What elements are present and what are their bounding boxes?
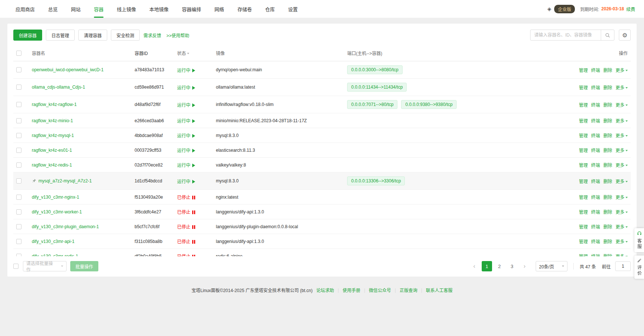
action-delete[interactable]: 删除 xyxy=(603,210,612,215)
page-button-2[interactable]: 2 xyxy=(494,261,505,271)
action-delete[interactable]: 删除 xyxy=(603,195,612,200)
action-manage[interactable]: 管理 xyxy=(579,103,588,108)
security-check-button[interactable]: 安全检测 xyxy=(111,30,140,41)
action-delete[interactable]: 删除 xyxy=(603,224,612,230)
evaluate-tab[interactable]: 评价 xyxy=(634,256,644,279)
row-checkbox[interactable] xyxy=(16,195,21,200)
row-checkbox[interactable] xyxy=(16,178,21,184)
footer-link-1[interactable]: 使用手册 xyxy=(343,287,360,293)
action-delete[interactable]: 删除 xyxy=(603,103,612,108)
row-checkbox[interactable] xyxy=(16,148,21,153)
container-name-link[interactable]: mysql_a7z2-mysql_A7z2-1 xyxy=(38,178,92,184)
row-checkbox[interactable] xyxy=(16,85,21,90)
action-terminal[interactable]: 终端 xyxy=(591,195,600,200)
action-delete[interactable]: 删除 xyxy=(603,119,612,124)
footer-link-4[interactable]: 联系人工客服 xyxy=(426,287,453,293)
gear-icon[interactable]: ⚙ xyxy=(619,30,631,41)
clean-container-button[interactable]: 清理容器 xyxy=(78,30,107,41)
select-all-checkbox[interactable] xyxy=(16,51,21,56)
action-delete[interactable]: 删除 xyxy=(603,179,612,184)
nav-item-7[interactable]: 网络 xyxy=(208,0,231,18)
nav-item-9[interactable]: 仓库 xyxy=(258,0,281,18)
action-manage[interactable]: 管理 xyxy=(579,68,588,73)
row-checkbox[interactable] xyxy=(16,67,21,72)
batch-action-button[interactable]: 批量操作 xyxy=(70,261,98,271)
action-more[interactable]: 更多 xyxy=(616,179,628,184)
action-more[interactable]: 更多 xyxy=(616,119,628,124)
action-terminal[interactable]: 终端 xyxy=(591,103,600,108)
page-size-select[interactable]: 20条/页 xyxy=(536,261,567,271)
action-delete[interactable]: 删除 xyxy=(603,239,612,244)
nav-item-0[interactable]: 应用商店 xyxy=(9,0,41,18)
row-checkbox[interactable] xyxy=(16,254,21,256)
action-terminal[interactable]: 终端 xyxy=(591,210,600,215)
feedback-link[interactable]: 需求反馈 xyxy=(143,32,161,38)
row-checkbox[interactable] xyxy=(16,239,21,244)
row-checkbox[interactable] xyxy=(16,224,21,229)
nav-item-1[interactable]: 总览 xyxy=(41,0,64,18)
nav-item-8[interactable]: 存储卷 xyxy=(231,0,258,18)
renew-link[interactable]: 续费 xyxy=(626,6,635,12)
action-manage[interactable]: 管理 xyxy=(579,239,588,244)
nav-item-10[interactable]: 设置 xyxy=(281,0,304,18)
action-more[interactable]: 更多 xyxy=(616,195,628,200)
action-more[interactable]: 更多 xyxy=(616,224,628,230)
action-delete[interactable]: 删除 xyxy=(603,148,612,153)
action-terminal[interactable]: 终端 xyxy=(591,85,600,90)
container-name-link[interactable]: dify_v130_c3mr-redis-1 xyxy=(32,254,78,257)
container-name-link[interactable]: ollama_cdjs-ollama_Cdjs-1 xyxy=(32,85,85,90)
action-terminal[interactable]: 终端 xyxy=(591,239,600,244)
container-name-link[interactable]: ragflow_kr4z-es01-1 xyxy=(32,148,72,153)
action-delete[interactable]: 删除 xyxy=(603,68,612,73)
nav-item-5[interactable]: 本地镜像 xyxy=(143,0,175,18)
footer-link-3[interactable]: 正版查询 xyxy=(400,287,417,293)
action-manage[interactable]: 管理 xyxy=(579,179,588,184)
row-checkbox[interactable] xyxy=(16,118,21,123)
customer-service-tab[interactable]: 客服 xyxy=(634,228,644,252)
help-link[interactable]: >>使用帮助 xyxy=(166,32,189,38)
action-more[interactable]: 更多 xyxy=(616,239,628,244)
action-terminal[interactable]: 终端 xyxy=(591,224,600,230)
container-name-link[interactable]: ragflow_kr4z-mysql-1 xyxy=(32,133,74,138)
action-manage[interactable]: 管理 xyxy=(579,133,588,138)
nav-item-6[interactable]: 容器编排 xyxy=(175,0,208,18)
container-name-link[interactable]: ragflow_kr4z-ragflow-1 xyxy=(32,102,77,107)
nav-item-2[interactable]: 网站 xyxy=(64,0,87,18)
row-checkbox[interactable] xyxy=(16,209,21,215)
action-delete[interactable]: 删除 xyxy=(603,163,612,168)
action-more[interactable]: 更多 xyxy=(616,133,628,138)
container-name-link[interactable]: dify_v130_c3mr-worker-1 xyxy=(32,209,82,215)
search-icon[interactable] xyxy=(601,30,614,40)
nav-item-3[interactable]: 容器 xyxy=(87,0,110,18)
row-checkbox[interactable] xyxy=(16,102,21,107)
action-manage[interactable]: 管理 xyxy=(579,148,588,153)
prev-page-button[interactable]: ‹ xyxy=(469,261,479,271)
search-input[interactable] xyxy=(531,32,601,38)
goto-page-input[interactable] xyxy=(615,261,631,271)
footer-link-2[interactable]: 微信公众号 xyxy=(369,287,391,293)
batch-action-select[interactable]: 请选择批量操作 xyxy=(23,261,67,271)
action-manage[interactable]: 管理 xyxy=(579,210,588,215)
page-button-1[interactable]: 1 xyxy=(482,261,492,271)
bottom-select-all-checkbox[interactable] xyxy=(13,264,18,269)
action-more[interactable]: 更多 xyxy=(616,163,628,168)
action-manage[interactable]: 管理 xyxy=(579,224,588,230)
action-manage[interactable]: 管理 xyxy=(579,119,588,124)
log-manage-button[interactable]: 日志管理 xyxy=(46,30,75,41)
action-terminal[interactable]: 终端 xyxy=(591,119,600,124)
action-terminal[interactable]: 终端 xyxy=(591,68,600,73)
container-name-link[interactable]: ragflow_kr4z-redis-1 xyxy=(32,162,72,168)
create-container-button[interactable]: 创建容器 xyxy=(13,30,42,41)
container-name-link[interactable]: dify_v130_c3mr-nginx-1 xyxy=(32,195,79,200)
action-terminal[interactable]: 终端 xyxy=(591,179,600,184)
row-checkbox[interactable] xyxy=(16,133,21,138)
action-delete[interactable]: 删除 xyxy=(603,133,612,138)
container-name-link[interactable]: dify_v130_c3mr-api-1 xyxy=(32,239,74,244)
action-more[interactable]: 更多 xyxy=(616,210,628,215)
action-more[interactable]: 更多 xyxy=(616,85,628,90)
action-terminal[interactable]: 终端 xyxy=(591,163,600,168)
action-manage[interactable]: 管理 xyxy=(579,195,588,200)
row-checkbox[interactable] xyxy=(16,162,21,168)
footer-link-0[interactable]: 论坛求助 xyxy=(316,287,334,293)
column-header-2[interactable]: 状态 xyxy=(174,45,213,61)
